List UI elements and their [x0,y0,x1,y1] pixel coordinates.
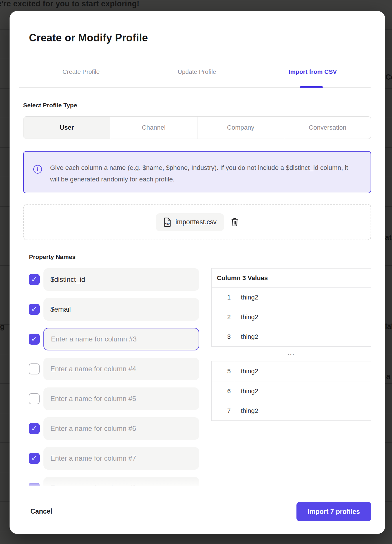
dialog-title: Create or Modify Profile [29,32,148,44]
screen: { "background": { "header_text": "e're e… [0,0,392,544]
row-number: 3 [212,327,235,346]
row-number: 7 [212,401,235,420]
csv-file-icon: CSV [163,218,171,227]
column-4-checkbox[interactable] [29,363,40,374]
column-2-name-input[interactable] [43,298,199,321]
table-row: 5 thing2 [212,361,371,381]
row-number: 6 [212,381,235,401]
svg-text:CSV: CSV [164,223,170,226]
profile-type-segmented-control: User Channel Company Conversation [23,116,371,139]
select-profile-type-label: Select Profile Type [23,102,77,109]
table-row: 6 thing2 [212,381,371,401]
column-7-name-input[interactable] [43,447,199,470]
tab-update-profile[interactable]: Update Profile [177,67,216,76]
row-value: thing2 [235,327,258,346]
background-header-text: e're excited for you to start exploring! [0,0,140,8]
background-left-strip [0,0,10,544]
tab-create-profile[interactable]: Create Profile [63,67,100,76]
background-fragment: ata [385,233,392,242]
property-names-heading: Property Names [29,253,76,260]
profile-type-user[interactable]: User [23,117,110,139]
property-list [23,266,214,486]
property-row-4 [23,358,214,380]
table-row: 2 thing2 [212,307,371,327]
trash-icon [231,218,239,227]
property-row-2 [23,298,214,321]
create-or-modify-profile-dialog: Create or Modify Profile Create Profile … [10,11,385,534]
preview-table-header: Column 3 Values [212,269,371,287]
row-number: 5 [212,361,235,381]
column-values-preview: Column 3 Values 1 thing2 2 thing2 3 thin… [211,268,371,433]
row-value: thing2 [235,307,258,327]
column-1-name-input[interactable] [43,268,199,291]
column-1-checkbox[interactable] [29,274,40,285]
property-row-7 [23,447,214,470]
property-row-6 [23,417,214,440]
uploaded-file-chip: CSV importtest.csv [156,213,224,231]
remove-file-button[interactable] [231,218,239,227]
table-row: 7 thing2 [212,401,371,420]
column-5-name-input[interactable] [43,387,199,410]
column-5-checkbox[interactable] [29,393,40,404]
row-value: thing2 [235,361,258,381]
profile-type-company[interactable]: Company [197,117,284,139]
active-tab-underline [300,86,323,88]
profile-type-conversation[interactable]: Conversation [284,117,371,139]
table-row: 1 thing2 [212,287,371,307]
column-3-checkbox[interactable] [29,334,40,345]
background-fragment: g [0,322,4,331]
column-8-checkbox[interactable] [29,483,40,486]
preview-table-bottom: 5 thing2 6 thing2 7 thing2 [211,361,371,421]
info-callout: i Give each column a name (e.g. $name, $… [23,151,371,193]
property-row-1 [23,268,214,291]
uploaded-filename: importtest.csv [175,218,217,226]
tab-import-from-csv[interactable]: Import from CSV [289,67,337,76]
property-row-5 [23,387,214,410]
row-value: thing2 [235,288,258,307]
row-value: thing2 [235,381,258,401]
property-row-8 [23,477,214,486]
csv-dropzone[interactable]: CSV importtest.csv [23,204,371,240]
info-icon: i [33,165,42,174]
column-2-checkbox[interactable] [29,304,40,315]
background-fragment: Col [386,73,392,81]
info-text: Give each column a name (e.g. $name, $ph… [50,162,348,185]
column-7-checkbox[interactable] [29,453,40,464]
column-6-checkbox[interactable] [29,423,40,434]
cancel-button[interactable]: Cancel [30,508,52,515]
preview-table-top: Column 3 Values 1 thing2 2 thing2 3 thin… [211,268,371,347]
row-number: 2 [212,307,235,327]
column-8-name-input[interactable] [43,477,199,486]
background-fragment: a [386,372,390,381]
profile-type-channel[interactable]: Channel [110,117,197,139]
row-number: 1 [212,288,235,307]
column-6-name-input[interactable] [43,417,199,440]
row-value: thing2 [235,401,258,420]
background-fragment: lab [385,322,392,331]
background-right-strip [385,0,392,544]
import-profiles-button[interactable]: Import 7 profiles [296,502,371,521]
table-row: 3 thing2 [212,327,371,346]
property-row-3 [23,328,214,350]
column-4-name-input[interactable] [43,358,199,380]
column-3-name-input[interactable] [44,328,199,350]
rows-ellipsis: ... [211,350,371,356]
